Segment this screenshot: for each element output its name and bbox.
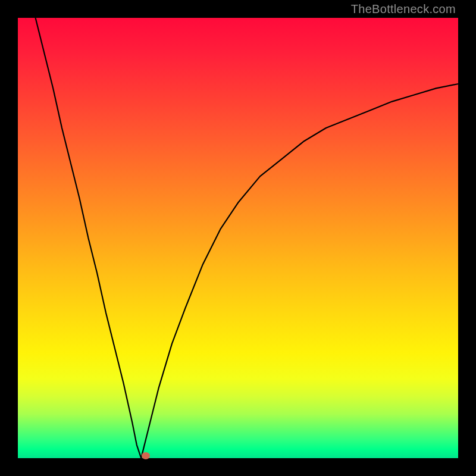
bottleneck-minimum-marker (142, 452, 150, 459)
bottleneck-curve (18, 18, 458, 458)
plot-area (18, 18, 458, 458)
curve-right-branch (141, 84, 458, 458)
curve-left-branch (36, 18, 142, 458)
watermark-label: TheBottleneck.com (351, 2, 456, 16)
chart-frame: TheBottleneck.com (0, 0, 476, 476)
